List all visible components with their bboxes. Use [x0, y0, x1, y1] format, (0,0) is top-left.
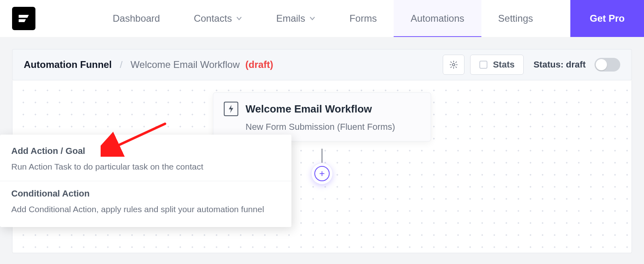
stats-toggle-button[interactable]: Stats [470, 55, 524, 75]
chevron-down-icon [309, 13, 316, 24]
nav-item-label: Emails [276, 13, 305, 24]
draft-tag: (draft) [245, 59, 273, 70]
header-actions: Stats Status: draft [443, 55, 620, 75]
svg-point-0 [452, 63, 455, 66]
add-step-popover: Add Action / Goal Run Action Task to do … [0, 135, 291, 227]
top-nav: Dashboard Contacts Emails Forms Automati… [0, 0, 644, 37]
popover-item-desc: Add Conditional Action, apply rules and … [11, 203, 280, 216]
popover-item-title: Add Action / Goal [11, 146, 280, 156]
stats-checkbox[interactable] [479, 61, 487, 69]
nav-items: Dashboard Contacts Emails Forms Automati… [96, 0, 570, 37]
get-pro-label: Get Pro [590, 13, 625, 24]
status-toggle[interactable] [594, 58, 620, 72]
nav-item-contacts[interactable]: Contacts [177, 0, 259, 37]
breadcrumb: Automation Funnel / Welcome Email Workfl… [24, 59, 443, 70]
popover-item-add-action[interactable]: Add Action / Goal Run Action Task to do … [0, 139, 291, 181]
settings-button[interactable] [443, 55, 464, 75]
nav-item-label: Dashboard [113, 13, 160, 24]
lightning-icon [224, 102, 238, 116]
nav-item-label: Forms [349, 13, 377, 24]
status-label: Status: draft [533, 59, 586, 70]
node-title: Welcome Email Workflow [246, 103, 372, 115]
popover-item-desc: Run Action Task to do particular task on… [11, 160, 280, 174]
toggle-knob [596, 59, 607, 70]
node-subtitle: New Form Submission (Fluent Forms) [224, 122, 420, 132]
app-logo-icon [17, 11, 31, 26]
popover-item-title: Conditional Action [11, 188, 280, 199]
popover-item-conditional-action[interactable]: Conditional Action Add Conditional Actio… [0, 181, 291, 223]
nav-item-automations[interactable]: Automations [394, 0, 481, 37]
nav-item-label: Settings [498, 13, 533, 24]
nav-item-emails[interactable]: Emails [259, 0, 332, 37]
chevron-down-icon [236, 13, 242, 24]
breadcrumb-separator: / [118, 59, 125, 70]
app-logo[interactable] [12, 7, 35, 30]
node-header: Welcome Email Workflow [224, 102, 420, 116]
add-step-button[interactable]: + [311, 163, 333, 184]
breadcrumb-root: Automation Funnel [24, 59, 112, 70]
stats-label: Stats [493, 59, 515, 70]
gear-icon [449, 60, 458, 69]
nav-item-settings[interactable]: Settings [481, 0, 550, 37]
nav-item-label: Contacts [194, 13, 232, 24]
nav-item-label: Automations [411, 13, 464, 24]
nav-item-dashboard[interactable]: Dashboard [96, 0, 177, 37]
get-pro-button[interactable]: Get Pro [570, 0, 644, 37]
plus-icon: + [314, 166, 330, 181]
nav-item-forms[interactable]: Forms [332, 0, 394, 37]
trigger-node[interactable]: Welcome Email Workflow New Form Submissi… [213, 92, 431, 141]
workflow-name: Welcome Email Workflow [130, 59, 239, 70]
automation-header: Automation Funnel / Welcome Email Workfl… [12, 49, 632, 80]
